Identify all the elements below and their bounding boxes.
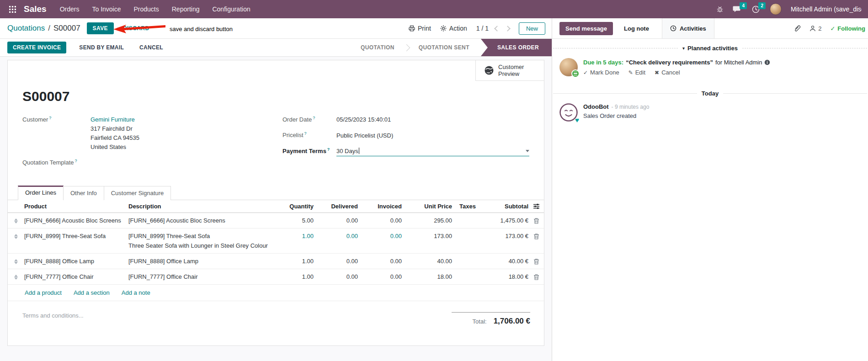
cell-unit-price[interactable]: 40.00 — [408, 258, 458, 265]
header-product[interactable]: Product — [24, 203, 128, 210]
status-step-sales-order[interactable]: SALES ORDER — [481, 39, 552, 56]
cell-description[interactable]: [FURN_7777] Office Chair — [128, 273, 279, 280]
breadcrumb-quotations[interactable]: Quotations — [7, 24, 45, 33]
header-unit-price[interactable]: Unit Price — [408, 203, 458, 210]
drag-handle-icon[interactable] — [8, 273, 24, 280]
pager-next-icon[interactable] — [505, 26, 511, 32]
drag-handle-icon[interactable] — [8, 258, 24, 264]
cancel-button[interactable]: CANCEL — [137, 44, 166, 51]
new-button[interactable]: New — [519, 22, 545, 35]
customer-preview-button[interactable]: Customer Preview — [475, 60, 544, 81]
messages-icon[interactable]: 4 — [733, 5, 741, 13]
message-author[interactable]: OdooBot — [583, 103, 609, 110]
menu-configuration[interactable]: Configuration — [206, 0, 256, 18]
status-step-quotation[interactable]: QUOTATION — [352, 39, 403, 56]
apps-grid-icon[interactable] — [5, 0, 20, 18]
add-section-link[interactable]: Add a section — [74, 289, 110, 296]
cell-unit-price[interactable]: 173.00 — [408, 233, 458, 239]
tab-other-info[interactable]: Other Info — [63, 186, 104, 200]
customer-name-link[interactable]: Gemini Furniture — [91, 115, 139, 124]
chatter-message[interactable]: ♥ OdooBot - 9 minutes ago Sales Order cr… — [552, 103, 868, 122]
table-row[interactable]: [FURN_7777] Office Chair [FURN_7777] Off… — [8, 269, 544, 285]
order-date-value[interactable]: 05/25/2023 15:40:01 — [336, 116, 391, 123]
menu-to-invoice[interactable]: To Invoice — [86, 0, 127, 18]
log-note-button[interactable]: Log note — [621, 25, 652, 32]
menu-reporting[interactable]: Reporting — [166, 0, 206, 18]
header-quantity[interactable]: Quantity — [279, 203, 320, 210]
cell-delivered[interactable]: 0.00 — [320, 233, 364, 239]
cell-delivered[interactable]: 0.00 — [320, 258, 364, 265]
cell-invoiced[interactable]: 0.00 — [364, 273, 408, 280]
pager-previous-icon[interactable] — [494, 26, 500, 32]
status-step-quotation-sent[interactable]: QUOTATION SENT — [410, 39, 478, 56]
cell-product[interactable]: [FURN_6666] Acoustic Bloc Screens — [24, 217, 128, 224]
user-menu[interactable] — [770, 3, 782, 15]
cell-product[interactable]: [FURN_8999] Three-Seat Sofa — [24, 233, 128, 239]
header-subtotal[interactable]: Subtotal — [487, 203, 528, 210]
planned-activities-toggle[interactable]: ▾ Planned activities — [682, 45, 738, 52]
cell-invoiced[interactable]: 0.00 — [364, 217, 408, 224]
cell-quantity[interactable]: 1.00 — [279, 258, 320, 265]
debug-bug-icon[interactable] — [716, 5, 724, 13]
tab-order-lines[interactable]: Order Lines — [18, 186, 64, 200]
printer-icon — [409, 25, 415, 32]
send-by-email-button[interactable]: SEND BY EMAIL — [76, 44, 127, 51]
user-name[interactable]: Mitchell Admin (save_discard — [791, 5, 862, 13]
terms-and-conditions-placeholder[interactable]: Terms and conditions... — [22, 312, 84, 319]
delete-line-button[interactable] — [533, 274, 539, 280]
drag-handle-icon[interactable] — [8, 217, 24, 223]
menu-products[interactable]: Products — [128, 0, 165, 18]
optional-columns-icon[interactable] — [533, 203, 539, 209]
delete-line-button[interactable] — [533, 218, 539, 224]
delete-line-button[interactable] — [533, 258, 539, 265]
cell-invoiced[interactable]: 0.00 — [364, 258, 408, 265]
attachments-button[interactable] — [793, 25, 801, 32]
cell-description[interactable]: [FURN_6666] Acoustic Bloc Screens — [128, 217, 279, 224]
drag-handle-icon[interactable] — [8, 233, 24, 239]
payment-terms-input[interactable]: 30 Days — [336, 148, 529, 156]
followers-button[interactable]: 2 — [809, 25, 821, 32]
cell-description[interactable]: [FURN_8999] Three-Seat Sofa Three Seater… — [128, 233, 279, 249]
activities-clock-icon[interactable]: 2 — [752, 5, 760, 13]
activity-due: Due in 5 days: — [583, 59, 623, 66]
table-row[interactable]: [FURN_6666] Acoustic Bloc Screens [FURN_… — [8, 213, 544, 228]
table-row[interactable]: [FURN_8888] Office Lamp [FURN_8888] Offi… — [8, 254, 544, 269]
header-delivered[interactable]: Delivered — [320, 203, 364, 210]
cell-quantity[interactable]: 5.00 — [279, 217, 320, 224]
edit-activity-button[interactable]: ✎ Edit — [628, 69, 645, 76]
add-note-link[interactable]: Add a note — [122, 289, 150, 296]
cancel-activity-button[interactable]: ✖ Cancel — [655, 69, 680, 76]
cell-quantity[interactable]: 1.00 — [279, 233, 320, 239]
header-description[interactable]: Description — [128, 203, 279, 210]
cell-delivered[interactable]: 0.00 — [320, 217, 364, 224]
cell-invoiced[interactable]: 0.00 — [364, 233, 408, 239]
save-button[interactable]: SAVE — [87, 22, 114, 34]
send-message-button[interactable]: Send message — [559, 22, 613, 35]
print-button[interactable]: Print — [409, 25, 431, 32]
info-icon[interactable] — [764, 59, 770, 65]
add-product-link[interactable]: Add a product — [25, 289, 62, 296]
app-name[interactable]: Sales — [24, 4, 47, 14]
cell-quantity[interactable]: 1.00 — [279, 273, 320, 280]
tab-customer-signature[interactable]: Customer Signature — [104, 186, 171, 200]
pricelist-value[interactable]: Public Pricelist (USD) — [336, 132, 393, 139]
cell-product[interactable]: [FURN_8888] Office Lamp — [24, 258, 128, 265]
discard-button[interactable]: DISCARD — [121, 22, 151, 34]
customer-city: Fairfield CA 94535 — [91, 133, 139, 143]
cell-delivered[interactable]: 0.00 — [320, 273, 364, 280]
cell-unit-price[interactable]: 295.00 — [408, 217, 458, 224]
cell-description[interactable]: [FURN_8888] Office Lamp — [128, 258, 279, 265]
cell-product[interactable]: [FURN_7777] Office Chair — [24, 273, 128, 280]
following-button[interactable]: ✓ Following — [830, 25, 865, 32]
cell-unit-price[interactable]: 18.00 — [408, 273, 458, 280]
menu-orders[interactable]: Orders — [54, 0, 85, 18]
activities-tab[interactable]: Activities — [662, 18, 714, 38]
delete-line-button[interactable] — [533, 233, 539, 239]
action-button[interactable]: Action — [440, 25, 467, 32]
dropdown-caret-icon[interactable] — [526, 150, 529, 152]
header-invoiced[interactable]: Invoiced — [364, 203, 408, 210]
create-invoice-button[interactable]: CREATE INVOICE — [7, 42, 66, 53]
table-row[interactable]: [FURN_8999] Three-Seat Sofa [FURN_8999] … — [8, 228, 544, 254]
mark-done-button[interactable]: ✓ Mark Done — [583, 69, 619, 76]
header-taxes[interactable]: Taxes — [458, 203, 487, 210]
